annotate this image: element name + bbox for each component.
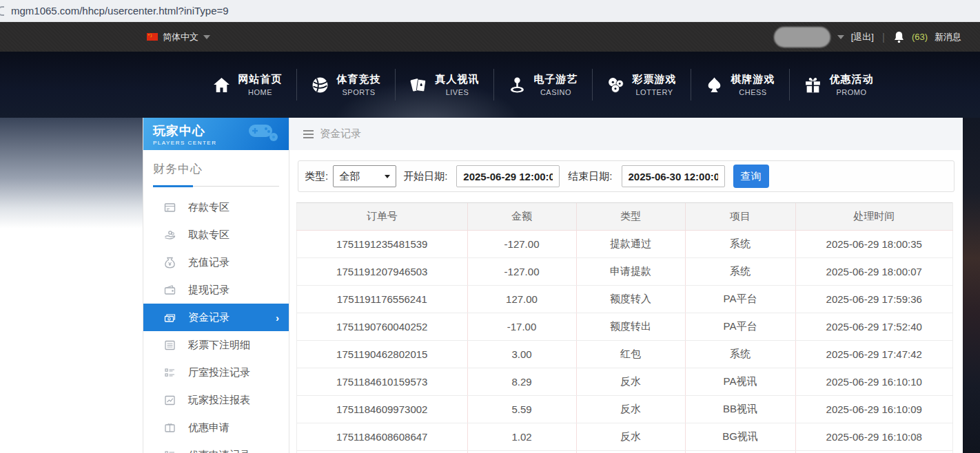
promo-apply-icon xyxy=(164,422,176,434)
select-caret-icon xyxy=(385,175,390,178)
bell-icon[interactable] xyxy=(893,31,905,43)
logout-button[interactable]: [退出] xyxy=(851,31,874,43)
browser-url-bar[interactable]: mgm1065.com/hhcp/usercenter.html?iniType… xyxy=(0,0,980,22)
nav-item-chess[interactable]: 棋牌游戏 CHESS xyxy=(691,73,789,96)
topbar-divider: | xyxy=(882,31,885,43)
nav-item-lottery[interactable]: 彩票游戏 LOTTERY xyxy=(593,73,691,96)
nav-label-en: PROMO xyxy=(836,88,866,96)
menu-icon[interactable] xyxy=(303,130,314,138)
table-row-partial xyxy=(297,451,953,453)
table-header-row: 订单号 金额 类型 项目 处理时间 xyxy=(297,203,953,231)
sidebar-item-promo-record[interactable]: 优惠申请记录 xyxy=(143,441,289,453)
cell-order-no: 1751184609973002 xyxy=(297,396,468,423)
nav-label-zh: 网站首页 xyxy=(238,73,283,86)
language-selector[interactable]: 简体中文 xyxy=(147,31,210,43)
sidebar-item-label: 优惠申请记录 xyxy=(188,449,250,453)
username-redacted[interactable] xyxy=(774,27,830,48)
main-nav: 网站首页 HOME 体育竞技 SPORTS 真人视讯 xyxy=(0,52,980,118)
sidebar-item-label: 优惠申请 xyxy=(188,421,229,434)
gift-icon xyxy=(804,76,822,94)
new-message-link[interactable]: 新消息 xyxy=(935,31,961,43)
start-date-label: 开始日期: xyxy=(403,170,447,183)
cell-time: 2025-06-29 16:10:10 xyxy=(795,368,953,396)
cell-type: 额度转入 xyxy=(576,286,685,313)
withdraw-record-icon xyxy=(164,284,176,296)
cell-type: 反水 xyxy=(576,368,685,396)
nav-label-zh: 优惠活动 xyxy=(830,73,874,86)
query-button[interactable]: 查询 xyxy=(733,165,769,188)
language-label: 简体中文 xyxy=(163,31,198,43)
funds-record-table: 订单号 金额 类型 项目 处理时间 1751191235481539 -127.… xyxy=(296,202,953,453)
top-bar: 简体中文 [退出] | (63) 新消息 xyxy=(0,22,980,52)
table-row: 1751190462802015 3.00 红包 系统 2025-06-29 1… xyxy=(297,341,953,368)
cell-amount: 8.29 xyxy=(467,368,576,396)
sports-ball-icon xyxy=(311,76,329,94)
table-row: 1751191235481539 -127.00 提款通过 系统 2025-06… xyxy=(297,231,953,258)
start-date-input[interactable] xyxy=(456,165,560,187)
playing-cards-icon xyxy=(409,76,428,94)
sidebar-item-label: 玩家投注报表 xyxy=(188,394,250,407)
sidebar-item-funds-record[interactable]: 资金记录 › xyxy=(143,304,289,331)
cell-type: 申请提款 xyxy=(576,258,685,286)
sidebar-item-label: 取款专区 xyxy=(188,229,229,242)
spade-icon xyxy=(705,76,724,94)
sidebar-item-withdraw-record[interactable]: 提现记录 xyxy=(143,276,289,304)
cell-item: PA视讯 xyxy=(685,368,795,396)
cell-type: 提款通过 xyxy=(576,231,685,258)
cell-type: 反水 xyxy=(576,396,685,423)
table-row: 1751184609973002 5.59 反水 BB视讯 2025-06-29… xyxy=(297,396,953,423)
player-center-sidebar: 玩家中心 PLAYERS CENTER 财务中心 存款专区 xyxy=(143,118,289,453)
nav-label-zh: 体育竞技 xyxy=(337,73,381,86)
type-select[interactable]: 全部 xyxy=(333,165,396,187)
sidebar-item-player-report[interactable]: 玩家投注报表 xyxy=(143,386,289,414)
cell-amount: 3.00 xyxy=(467,341,576,368)
cell-time: 2025-06-29 17:59:36 xyxy=(795,286,953,313)
sidebar-item-deposit-zone[interactable]: 存款专区 xyxy=(143,193,289,221)
lottery-balls-icon xyxy=(606,76,625,94)
sidebar-item-label: 彩票下注明细 xyxy=(188,339,250,352)
cell-order-no: 1751184608608647 xyxy=(297,423,468,451)
reload-icon[interactable] xyxy=(0,6,4,16)
nav-item-sports[interactable]: 体育竞技 SPORTS xyxy=(297,73,395,96)
page-background-left xyxy=(0,118,143,453)
col-process-time: 处理时间 xyxy=(795,203,953,231)
nav-item-lives[interactable]: 真人视讯 LIVES xyxy=(396,73,493,96)
recharge-record-icon xyxy=(164,257,176,268)
cell-type: 额度转出 xyxy=(576,313,685,341)
end-date-label: 结束日期: xyxy=(568,170,612,183)
filter-bar: 类型: 全部 开始日期: 结束日期: 查询 xyxy=(298,160,955,192)
sidebar-item-label: 提现记录 xyxy=(188,284,229,297)
withdraw-zone-icon xyxy=(164,229,176,241)
nav-item-home[interactable]: 网站首页 HOME xyxy=(198,73,296,96)
type-select-value: 全部 xyxy=(339,170,360,183)
message-count-badge[interactable]: (63) xyxy=(912,32,928,42)
sidebar-item-hall-bet-record[interactable]: 厅室投注记录 xyxy=(143,359,289,386)
page-url[interactable]: mgm1065.com/hhcp/usercenter.html?iniType… xyxy=(11,5,229,17)
type-label: 类型: xyxy=(305,170,328,183)
table-row: 1751191207946503 -127.00 申请提款 系统 2025-06… xyxy=(297,258,953,286)
nav-item-casino[interactable]: 电子游艺 CASINO xyxy=(494,73,592,96)
nav-label-en: SPORTS xyxy=(342,88,375,96)
user-chevron-down-icon[interactable] xyxy=(837,35,844,39)
cell-amount: 1.02 xyxy=(467,423,576,451)
nav-label-en: CHESS xyxy=(739,88,766,96)
cell-order-no: 1751191207946503 xyxy=(297,258,468,286)
nav-label-zh: 彩票游戏 xyxy=(633,73,677,86)
funds-record-icon xyxy=(164,312,176,324)
end-date-input[interactable] xyxy=(622,165,725,187)
cell-amount: -127.00 xyxy=(467,258,576,286)
nav-item-promo[interactable]: 优惠活动 PROMO xyxy=(790,73,888,96)
cell-item: 系统 xyxy=(685,341,795,368)
sidebar-item-lottery-detail[interactable]: 彩票下注明细 xyxy=(143,331,289,359)
cell-type: 反水 xyxy=(576,423,685,451)
nav-label-en: CASINO xyxy=(540,88,571,96)
cell-time: 2025-06-29 17:47:42 xyxy=(795,341,953,368)
cell-item: BB视讯 xyxy=(685,396,795,423)
col-item: 项目 xyxy=(685,203,795,231)
cell-amount: -127.00 xyxy=(467,231,576,258)
sidebar-item-withdraw-zone[interactable]: 取款专区 xyxy=(143,221,289,249)
sidebar-item-label: 厅室投注记录 xyxy=(188,366,250,379)
col-order-no: 订单号 xyxy=(297,203,468,231)
sidebar-item-recharge-record[interactable]: 充值记录 xyxy=(143,249,289,276)
sidebar-item-promo-apply[interactable]: 优惠申请 xyxy=(143,414,289,441)
